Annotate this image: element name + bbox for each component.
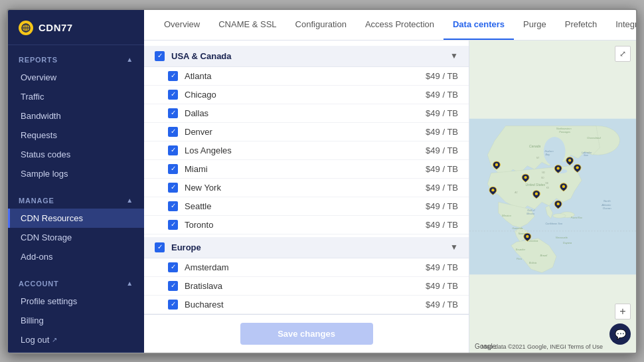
- region-europe-checkbox[interactable]: [155, 242, 165, 252]
- city-atlanta: Atlanta $49 / TB: [144, 67, 469, 86]
- sidebar-section-reports: REPORTS ▲ Overview Traffic Bandwidth Req…: [8, 45, 144, 186]
- tab-data-centers[interactable]: Data centers: [443, 10, 514, 41]
- svg-text:Guatemala: Guatemala: [512, 227, 523, 230]
- svg-text:United States: United States: [526, 183, 546, 186]
- city-bratislava-name: Bratislava: [185, 281, 426, 291]
- map-terms-label: Map data ©2021 Google, INEGI Terms of Us…: [481, 343, 603, 350]
- region-usa-canada-checkbox[interactable]: [155, 51, 165, 61]
- city-seattle: Seattle $49 / TB: [144, 197, 469, 216]
- svg-text:Labrador: Labrador: [582, 151, 592, 153]
- sidebar-section-account: ACCOUNT ▲ Profile settings Billing Log o…: [8, 269, 144, 352]
- svg-text:Ocean: Ocean: [603, 207, 611, 210]
- city-los-angeles-checkbox[interactable]: [168, 145, 178, 155]
- svg-text:Brazil: Brazil: [540, 254, 548, 257]
- city-miami-price: $49 / TB: [426, 164, 458, 174]
- map-svg: North Atlantic Ocean Labrador Sea Canada…: [469, 41, 636, 353]
- city-los-angeles: Los Angeles $49 / TB: [144, 141, 469, 160]
- svg-text:Puerto Rico: Puerto Rico: [571, 216, 582, 219]
- city-amsterdam-price: $49 / TB: [426, 262, 458, 272]
- manage-section-header[interactable]: MANAGE ▲: [8, 194, 144, 209]
- sidebar-item-bandwidth[interactable]: Bandwidth: [8, 106, 144, 126]
- tab-integration[interactable]: Integration: [606, 10, 636, 41]
- svg-text:Venezuela: Venezuela: [556, 236, 568, 238]
- svg-text:Bay: Bay: [546, 153, 551, 155]
- save-bar: Save changes: [144, 314, 469, 353]
- city-los-angeles-name: Los Angeles: [185, 145, 426, 155]
- left-panel: USA & Canada ▼ Atlanta $49 / TB Chicago …: [144, 41, 469, 353]
- city-miami-checkbox[interactable]: [168, 164, 178, 174]
- sidebar-item-profile-settings[interactable]: Profile settings: [8, 292, 144, 311]
- svg-point-47: [557, 167, 560, 169]
- svg-text:Passages: Passages: [559, 130, 570, 133]
- svg-point-48: [562, 185, 565, 187]
- city-atlanta-price: $49 / TB: [426, 71, 458, 81]
- sidebar-item-requests[interactable]: Requests: [8, 126, 144, 145]
- sidebar-item-cdn-resources[interactable]: CDN Resources: [8, 209, 144, 228]
- logo-icon: [19, 21, 33, 35]
- city-toronto-checkbox[interactable]: [168, 220, 178, 230]
- city-atlanta-checkbox[interactable]: [168, 71, 178, 81]
- city-miami: Miami $49 / TB: [144, 160, 469, 179]
- main-window: CDN77 REPORTS ▲ Overview Traffic Bandwid…: [7, 9, 637, 354]
- map-chat-button[interactable]: 💬: [609, 323, 631, 345]
- city-chicago-name: Chicago: [185, 90, 426, 100]
- region-usa-canada-label: USA & Canada: [171, 51, 450, 61]
- sidebar-item-traffic[interactable]: Traffic: [8, 87, 144, 106]
- svg-text:Mexico: Mexico: [502, 214, 511, 217]
- city-bucharest-checkbox[interactable]: [168, 300, 178, 310]
- city-denver-checkbox[interactable]: [168, 127, 178, 137]
- tab-purge[interactable]: Purge: [514, 10, 556, 41]
- city-new-york: New York $49 / TB: [144, 179, 469, 197]
- sidebar-item-cdn-storage[interactable]: CDN Storage: [8, 228, 144, 247]
- city-bratislava-price: $49 / TB: [426, 281, 458, 291]
- account-section-header[interactable]: ACCOUNT ▲: [8, 277, 144, 292]
- svg-text:ND: ND: [542, 171, 545, 173]
- tab-bar: Overview CNAME & SSL Configuration Acces…: [144, 10, 636, 41]
- city-dallas-price: $49 / TB: [426, 108, 458, 118]
- city-denver-name: Denver: [185, 127, 426, 137]
- tab-configuration[interactable]: Configuration: [286, 10, 356, 41]
- svg-text:Hudson: Hudson: [544, 149, 553, 152]
- svg-text:Greenland: Greenland: [587, 136, 601, 139]
- sidebar-item-addons[interactable]: Add-ons: [8, 247, 144, 266]
- city-seattle-checkbox[interactable]: [168, 201, 178, 211]
- sidebar-bottom: ≋ Network status ? Help center: [8, 352, 144, 353]
- city-denver-price: $49 / TB: [426, 127, 458, 137]
- account-section-label: ACCOUNT: [19, 280, 59, 288]
- sidebar-item-status-codes[interactable]: Status codes: [8, 145, 144, 164]
- map-fullscreen-button[interactable]: ⤢: [615, 46, 631, 62]
- city-bucharest: Bucharest $49 / TB: [144, 296, 469, 314]
- sidebar-item-billing[interactable]: Billing: [8, 311, 144, 330]
- region-europe-header[interactable]: Europe ▼: [144, 237, 469, 258]
- save-changes-button[interactable]: Save changes: [240, 323, 373, 345]
- svg-point-49: [576, 166, 578, 169]
- svg-text:Caribbean Sea: Caribbean Sea: [546, 223, 562, 225]
- reports-section-label: REPORTS: [19, 56, 58, 64]
- sidebar-item-overview[interactable]: Overview: [8, 68, 144, 87]
- content-area: USA & Canada ▼ Atlanta $49 / TB Chicago …: [144, 41, 636, 353]
- city-amsterdam-checkbox[interactable]: [168, 262, 178, 272]
- city-dallas-name: Dallas: [185, 108, 426, 118]
- city-denver: Denver $49 / TB: [144, 123, 469, 141]
- map-zoom-in-button[interactable]: +: [615, 304, 631, 319]
- city-chicago-checkbox[interactable]: [168, 90, 178, 100]
- city-toronto: Toronto $49 / TB: [144, 216, 469, 234]
- city-amsterdam: Amsterdam $49 / TB: [144, 258, 469, 277]
- tab-overview[interactable]: Overview: [155, 10, 209, 41]
- city-bratislava-checkbox[interactable]: [168, 281, 178, 291]
- svg-point-44: [491, 188, 494, 191]
- city-bucharest-price: $49 / TB: [426, 300, 458, 310]
- account-chevron-icon: ▲: [126, 280, 133, 287]
- sidebar-item-sample-logs[interactable]: Sample logs: [8, 164, 144, 183]
- region-usa-canada-header[interactable]: USA & Canada ▼: [144, 46, 469, 67]
- city-new-york-checkbox[interactable]: [168, 183, 178, 193]
- tab-prefetch[interactable]: Prefetch: [556, 10, 606, 41]
- city-dallas-checkbox[interactable]: [168, 108, 178, 118]
- svg-text:Guyana: Guyana: [563, 241, 572, 244]
- main-content: Overview CNAME & SSL Configuration Acces…: [144, 10, 636, 353]
- svg-text:Canada: Canada: [529, 145, 540, 148]
- tab-cname-ssl[interactable]: CNAME & SSL: [209, 10, 285, 41]
- tab-access-protection[interactable]: Access Protection: [356, 10, 443, 41]
- reports-section-header[interactable]: REPORTS ▲: [8, 53, 144, 68]
- sidebar-item-logout[interactable]: Log out ↗: [8, 330, 144, 349]
